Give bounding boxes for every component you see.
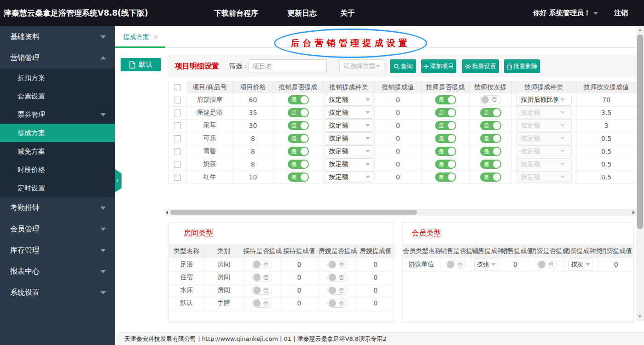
toggle-on[interactable]: 是	[435, 121, 456, 130]
type-select[interactable]: 请选择类型	[339, 59, 384, 73]
toggle-off[interactable]: 否	[327, 273, 348, 282]
row-checkbox[interactable]	[174, 84, 181, 91]
tab-commission-plan[interactable]: 提成方案×	[123, 26, 158, 48]
sidebar-subitem[interactable]: 提成方案	[0, 124, 115, 142]
logout-button[interactable]: 注销	[614, 0, 628, 26]
column-header: 销售提成种类	[471, 244, 501, 258]
scroll-up-arrow-icon[interactable]	[638, 29, 642, 31]
toggle-on[interactable]: 是	[480, 121, 501, 130]
sidebar-subitem[interactable]: 折扣方案	[0, 69, 115, 87]
horizontal-scrollbar-thumb[interactable]	[170, 210, 417, 215]
close-icon[interactable]: ×	[153, 33, 158, 40]
sidebar-item[interactable]: 库存管理	[0, 240, 115, 261]
add-item-button[interactable]: 添加项目	[421, 59, 456, 73]
toggle-knob	[329, 274, 336, 281]
row-checkbox[interactable]	[174, 161, 181, 168]
toggle-on[interactable]: 是	[288, 95, 309, 104]
search-button[interactable]: 查询	[390, 59, 416, 73]
row-checkbox[interactable]	[174, 97, 181, 104]
toggle-off[interactable]: 否	[537, 260, 557, 269]
toggle-off[interactable]: 否	[252, 286, 272, 295]
toggle-on[interactable]: 是	[480, 134, 501, 143]
scroll-down-arrow-icon[interactable]	[638, 316, 642, 318]
user-menu[interactable]: 你好 系统管理员！	[533, 0, 598, 26]
toggle-on[interactable]: 是	[288, 147, 309, 156]
toggle-off[interactable]: 否	[327, 299, 348, 308]
search-button-label: 查询	[401, 62, 413, 70]
toggle-on[interactable]: 是	[288, 121, 309, 130]
row-checkbox[interactable]	[174, 148, 181, 155]
toggle-off[interactable]: 否	[252, 299, 272, 308]
type-dropdown[interactable]: 按定额	[325, 171, 373, 183]
type-dropdown[interactable]: 按定额	[325, 107, 373, 119]
toggle-on[interactable]: 是	[435, 134, 456, 143]
sidebar-item[interactable]: 系统设置	[0, 282, 115, 303]
item-row: 保健足浴35是按定额0是是按定额3.5	[168, 106, 637, 119]
horizontal-scrollbar[interactable]	[164, 209, 636, 216]
sidebar-item[interactable]: 基础资料	[0, 26, 115, 47]
toggle-on[interactable]: 是	[288, 160, 309, 169]
row-checkbox[interactable]	[174, 122, 181, 129]
vertical-scrollbar-thumb[interactable]	[637, 34, 643, 229]
toggle-on[interactable]: 是	[288, 172, 309, 182]
toggle-on[interactable]: 是	[288, 108, 309, 117]
toggle-on[interactable]: 是	[435, 147, 456, 156]
dropdown-value: 按定额	[329, 134, 364, 143]
batch-set-button[interactable]: 批量设置	[462, 59, 499, 73]
toggle-on[interactable]: 是	[435, 172, 456, 182]
type-dropdown[interactable]: 按定额	[325, 145, 373, 157]
toggle-on[interactable]: 是	[480, 147, 501, 156]
toggle-on[interactable]: 是	[480, 108, 501, 117]
sidebar-item-label: 库存管理	[10, 246, 40, 254]
menu-changelog[interactable]: 更新日志	[287, 0, 317, 26]
toggle-off[interactable]: 否	[480, 95, 501, 104]
type-dropdown[interactable]: 按定额	[516, 132, 572, 144]
sidebar-item[interactable]: 考勤排钟	[0, 197, 115, 218]
sidebar-subitem[interactable]: 减免方案	[0, 142, 115, 161]
type-dropdown[interactable]: 按定额	[516, 120, 572, 132]
sidebar-subitem[interactable]: 票券管理	[0, 105, 115, 124]
row-checkbox[interactable]	[174, 174, 181, 181]
vertical-scrollbar[interactable]	[636, 26, 644, 321]
toggle-off[interactable]: 否	[327, 260, 348, 269]
type-dropdown[interactable]: 按定额	[325, 132, 373, 144]
type-dropdown[interactable]: 按定额	[325, 94, 373, 106]
sidebar-item[interactable]: 会员管理	[0, 218, 115, 240]
attendant-value-cell: 0	[356, 297, 395, 310]
type-dropdown[interactable]: 按定额	[516, 107, 572, 119]
row-checkbox[interactable]	[174, 135, 181, 142]
toggle-on[interactable]: 是	[480, 172, 501, 182]
item-name-input[interactable]	[249, 59, 327, 73]
batch-delete-button[interactable]: 批量删除	[504, 59, 540, 73]
menu-about[interactable]: 关于	[340, 0, 355, 26]
type-dropdown[interactable]: 按定额	[516, 145, 572, 157]
type-dropdown[interactable]: 按定额	[325, 120, 373, 132]
scroll-right-arrow-icon[interactable]	[632, 211, 635, 214]
type-dropdown[interactable]: 按次	[569, 259, 592, 270]
toggle-off[interactable]: 否	[252, 260, 272, 269]
type-dropdown[interactable]: 按定额	[516, 158, 572, 170]
type-dropdown[interactable]: 按定额	[325, 158, 373, 170]
sidebar-item[interactable]: 报表中心	[0, 261, 115, 282]
menu-download-client[interactable]: 下载前台程序	[214, 0, 258, 26]
sidebar-subitem[interactable]: 套票设置	[0, 87, 115, 105]
sidebar-subitem[interactable]: 时段价格	[0, 161, 115, 179]
type-dropdown[interactable]: 按折后额比例	[516, 94, 572, 106]
toggle-off[interactable]: 否	[327, 286, 348, 295]
toggle-on[interactable]: 是	[435, 95, 456, 104]
type-dropdown[interactable]: 按定额	[516, 171, 572, 183]
sidebar-subitem[interactable]: 定时设置	[0, 179, 115, 197]
toggle-on[interactable]: 是	[480, 160, 501, 169]
row-checkbox[interactable]	[174, 109, 181, 116]
column-header: 类别	[204, 244, 243, 258]
toggle-on[interactable]: 是	[435, 160, 456, 169]
toggle-on[interactable]: 是	[288, 134, 309, 143]
toggle-on[interactable]: 是	[435, 108, 456, 117]
toggle-off[interactable]: 否	[446, 260, 466, 269]
scroll-left-arrow-icon[interactable]	[166, 211, 168, 214]
type-dropdown[interactable]: 按张	[474, 259, 498, 270]
attendant-value-cell: 0	[356, 284, 395, 297]
toggle-off[interactable]: 否	[252, 273, 272, 282]
default-plan-button[interactable]: 默认	[121, 58, 161, 71]
sidebar-item[interactable]: 营销管理	[0, 47, 115, 69]
